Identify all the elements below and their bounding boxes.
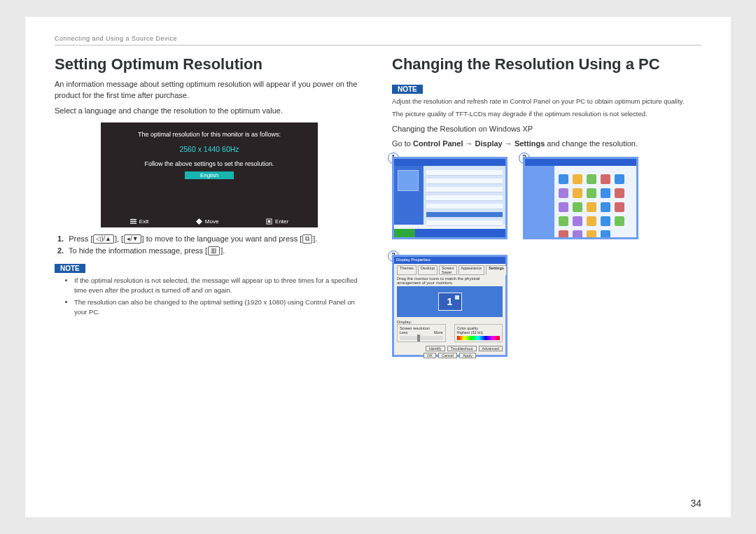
- screenshot-control-panel: 2: [523, 157, 638, 239]
- note-item: Adjust the resolution and refresh rate i…: [392, 97, 701, 106]
- tab-screensaver: Screen Saver: [439, 265, 456, 275]
- svg-marker-3: [196, 218, 202, 225]
- osd-line-1: The optimal resolution for this monitor …: [113, 131, 305, 138]
- cp-icon: [601, 216, 610, 226]
- intro-paragraph-2: Select a language and change the resolut…: [55, 106, 364, 117]
- cp-icon: [615, 202, 624, 212]
- left-column: Setting Optimum Resolution An informatio…: [55, 55, 364, 357]
- tab-appearance: Appearance: [458, 265, 485, 275]
- osd-exit: Exit: [130, 218, 148, 225]
- note-label: NOTE: [392, 85, 423, 94]
- osd-line-2: Follow the above settings to set the res…: [113, 160, 305, 167]
- osd-preview: The optimal resolution for this monitor …: [101, 122, 318, 227]
- cp-icon: [573, 216, 582, 226]
- cp-icon: [615, 188, 624, 198]
- color-quality-fieldset: Color quality Highest (32 bit): [454, 324, 503, 342]
- identify-button: Identify: [426, 346, 445, 351]
- cp-icon: [559, 202, 568, 212]
- cp-icon: [559, 230, 568, 239]
- menu-button-icon: ▥: [208, 246, 220, 255]
- cp-icon: [573, 230, 582, 239]
- display-properties-dialog: Display Properties Themes Desktop Screen…: [392, 255, 507, 357]
- cancel-button: Cancel: [438, 353, 457, 358]
- cp-icon: [615, 174, 624, 184]
- start-button: [394, 229, 415, 237]
- cp-icon: [587, 202, 596, 212]
- manual-page: Connecting and Using a Source Device Set…: [25, 17, 731, 517]
- monitor-icon: 1: [438, 293, 462, 311]
- dialog-middle-buttons: Identify Troubleshoot Advanced: [397, 346, 503, 351]
- troubleshoot-button: Troubleshoot: [447, 346, 477, 351]
- cp-icon: [587, 216, 596, 226]
- columns: Setting Optimum Resolution An informatio…: [55, 55, 701, 357]
- avatar-icon: [398, 170, 419, 191]
- note-item: The picture quality of TFT-LCDs may degr…: [392, 109, 701, 119]
- dialog-ok-buttons: OK Cancel Apply: [397, 353, 503, 358]
- vol-up-icon: ◁)/▲: [93, 234, 113, 244]
- screen-resolution-fieldset: Screen resolution LessMore: [397, 324, 446, 342]
- window-control-panel: [523, 157, 638, 239]
- cp-icon: [601, 188, 610, 198]
- svg-rect-1: [130, 220, 136, 221]
- color-bar: [457, 336, 500, 340]
- right-column: Changing the Resolution Using a PC NOTE …: [392, 55, 701, 357]
- heading-setting-optimum: Setting Optimum Resolution: [55, 55, 364, 73]
- tab-settings: Settings: [486, 265, 507, 275]
- menu-icon: [130, 218, 136, 225]
- cp-icon: [573, 188, 582, 198]
- cp-icon: [615, 216, 624, 226]
- dialog-tabs: Themes Desktop Screen Saver Appearance S…: [397, 265, 503, 275]
- cp-icon: [587, 188, 596, 198]
- note-item: The resolution can also be changed to th…: [74, 297, 364, 317]
- cp-icon: [601, 230, 610, 239]
- window-start-menu: [392, 157, 507, 239]
- step-2: 2. To hide the information message, pres…: [57, 246, 364, 255]
- enter-icon: [266, 218, 272, 225]
- osd-language: English: [185, 171, 234, 179]
- cp-icon: [573, 202, 582, 212]
- running-head: Connecting and Using a Source Device: [55, 35, 701, 45]
- cp-icon: [559, 188, 568, 198]
- screenshot-display-properties: 3 Display Properties Themes Desktop Scre…: [392, 255, 507, 357]
- apply-button: Apply: [459, 353, 476, 358]
- svg-rect-5: [268, 220, 271, 223]
- monitor-preview: 1: [397, 286, 503, 317]
- osd-footer: Exit Move Enter: [101, 218, 318, 225]
- diamond-icon: [196, 218, 202, 225]
- osd-resolution: 2560 x 1440 60Hz: [113, 145, 305, 153]
- svg-rect-0: [130, 219, 136, 220]
- ok-button: OK: [424, 353, 436, 358]
- cp-icon: [587, 174, 596, 184]
- note-list-left: If the optimal resolution is not selecte…: [55, 276, 364, 317]
- instruction-path: Go to Control Panel → Display → Settings…: [392, 139, 701, 150]
- control-panel-item: [426, 212, 503, 218]
- vol-down-icon: ◂/▼: [124, 234, 141, 244]
- osd-move: Move: [196, 218, 219, 225]
- cp-icon: [573, 174, 582, 184]
- note-item: If the optimal resolution is not selecte…: [74, 276, 364, 295]
- cp-icon: [587, 230, 596, 239]
- source-icon: ⧉: [302, 234, 312, 244]
- tab-desktop: Desktop: [418, 265, 438, 275]
- screenshot-start-menu: 1: [392, 157, 507, 239]
- step-1: 1. Press [◁)/▲], [◂/▼] to move to the la…: [57, 234, 364, 244]
- advanced-button: Advanced: [479, 346, 503, 351]
- intro-paragraph-1: An information message about setting opt…: [55, 79, 364, 101]
- svg-rect-2: [130, 223, 136, 223]
- cp-icon: [601, 174, 610, 184]
- cp-icon: [559, 216, 568, 226]
- cp-icon: [601, 202, 610, 212]
- heading-changing-resolution: Changing the Resolution Using a PC: [392, 55, 701, 73]
- steps-list: 1. Press [◁)/▲], [◂/▼] to move to the la…: [57, 234, 364, 255]
- dialog-hint: Drag the monitor icons to match the phys…: [397, 276, 503, 285]
- osd-enter: Enter: [266, 218, 288, 225]
- resolution-slider: [400, 336, 443, 340]
- dialog-title: Display Properties: [394, 257, 505, 264]
- page-number: 34: [690, 498, 701, 509]
- tab-themes: Themes: [397, 265, 416, 275]
- subheading-xp: Changing the Resolution on Windows XP: [392, 124, 701, 135]
- cp-icon: [559, 174, 568, 184]
- screenshots-grid: 1 2: [392, 157, 701, 357]
- note-label: NOTE: [55, 264, 85, 273]
